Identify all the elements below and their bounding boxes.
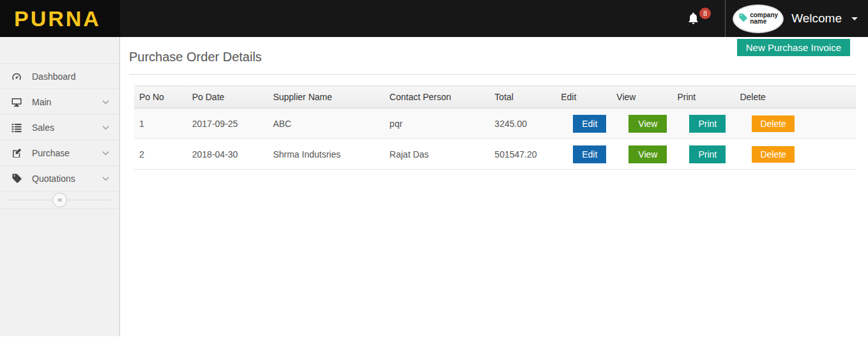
column-header-print: Print xyxy=(672,86,735,108)
sidebar-item-label: Purchase xyxy=(32,148,70,158)
cell-delete-action: Delete xyxy=(735,139,856,170)
cell-view-action: View xyxy=(611,139,672,170)
purchase-order-table-wrap: Po NoPo DateSupplier NameContact PersonT… xyxy=(134,85,855,170)
column-header-view: View xyxy=(611,86,672,108)
view-button[interactable]: View xyxy=(628,145,667,163)
sidebar-item-sales[interactable]: Sales xyxy=(0,115,119,140)
delete-button[interactable]: Delete xyxy=(752,146,794,163)
company-logo-text: company name xyxy=(750,12,778,25)
list-icon xyxy=(11,122,22,133)
header-right: 8 company name Welcome xyxy=(120,0,868,37)
sidebar-item-main[interactable]: Main xyxy=(0,89,119,115)
main-content: New Purchase Invoice Purchase Order Deta… xyxy=(120,37,868,336)
cell-po-date: 2017-09-25 xyxy=(187,108,268,139)
column-header-edit: Edit xyxy=(556,86,611,108)
delete-button[interactable]: Delete xyxy=(752,115,794,132)
company-logo: company name xyxy=(733,5,783,33)
edit-square-icon xyxy=(11,147,22,159)
top-header: PURNA 8 company name Welcome xyxy=(0,0,868,37)
notifications-button[interactable]: 8 xyxy=(687,11,701,26)
notification-badge: 8 xyxy=(699,8,711,19)
cell-print-action: Print xyxy=(672,139,735,170)
tag-icon xyxy=(738,13,748,25)
cell-contact-person: Rajat Das xyxy=(385,139,490,170)
edit-button[interactable]: Edit xyxy=(573,145,606,163)
cell-supplier-name: ABC xyxy=(268,108,384,139)
table-row: 12017-09-25ABCpqr3245.00EditViewPrintDel… xyxy=(134,108,856,139)
column-header-po-no: Po No xyxy=(134,86,187,108)
sidebar: DashboardMainSalesPurchaseQuotations « xyxy=(0,37,120,336)
user-menu[interactable]: company name Welcome xyxy=(725,0,868,37)
new-purchase-invoice-button[interactable]: New Purchase Invoice xyxy=(737,39,850,56)
sidebar-item-label: Quotations xyxy=(32,174,75,184)
purchase-order-table: Po NoPo DateSupplier NameContact PersonT… xyxy=(134,85,856,170)
column-header-total: Total xyxy=(489,86,556,108)
cell-view-action: View xyxy=(611,108,672,139)
cell-edit-action: Edit xyxy=(556,108,611,139)
sidebar-item-quotations[interactable]: Quotations xyxy=(0,166,119,191)
sidebar-collapse-button[interactable]: « xyxy=(52,193,67,207)
sidebar-menu: DashboardMainSalesPurchaseQuotations xyxy=(0,64,119,191)
welcome-label: Welcome xyxy=(791,11,842,26)
table-head: Po NoPo DateSupplier NameContact PersonT… xyxy=(134,86,856,108)
app-logo[interactable]: PURNA xyxy=(0,0,120,37)
sidebar-item-label: Main xyxy=(32,97,51,107)
table-row: 22018-04-30Shrma IndutsriesRajat Das5015… xyxy=(134,139,856,170)
chevron-down-icon xyxy=(102,100,109,105)
cell-print-action: Print xyxy=(672,108,735,139)
sidebar-item-label: Dashboard xyxy=(32,71,76,82)
tag-icon xyxy=(11,173,22,184)
cell-contact-person: pqr xyxy=(385,108,490,139)
cell-po-no: 1 xyxy=(134,108,187,139)
sidebar-spacer xyxy=(0,37,119,64)
desktop-icon xyxy=(11,96,22,108)
print-button[interactable]: Print xyxy=(689,145,726,163)
cell-total: 3245.00 xyxy=(489,108,556,139)
dashboard-icon xyxy=(11,71,22,82)
cell-supplier-name: Shrma Indutsries xyxy=(268,139,384,170)
cell-total: 501547.20 xyxy=(489,139,556,170)
sidebar-collapse-row: « xyxy=(0,191,119,209)
sidebar-item-dashboard[interactable]: Dashboard xyxy=(0,64,119,89)
caret-down-icon xyxy=(851,17,858,20)
cell-po-date: 2018-04-30 xyxy=(187,139,268,170)
sidebar-item-label: Sales xyxy=(32,122,54,133)
sidebar-item-purchase[interactable]: Purchase xyxy=(0,140,119,166)
chevron-down-icon xyxy=(102,125,109,130)
column-header-contact-person: Contact Person xyxy=(385,86,490,108)
edit-button[interactable]: Edit xyxy=(573,115,606,133)
cell-po-no: 2 xyxy=(134,139,187,170)
cell-edit-action: Edit xyxy=(556,139,611,170)
bell-icon xyxy=(687,17,700,27)
column-header-supplier-name: Supplier Name xyxy=(268,86,384,108)
table-body: 12017-09-25ABCpqr3245.00EditViewPrintDel… xyxy=(134,108,856,170)
app-logo-text: PURNA xyxy=(14,8,101,29)
cell-delete-action: Delete xyxy=(735,108,856,139)
view-button[interactable]: View xyxy=(628,115,667,133)
chevron-down-icon xyxy=(102,151,109,156)
print-button[interactable]: Print xyxy=(689,115,726,133)
chevron-down-icon xyxy=(102,176,109,181)
column-header-delete: Delete xyxy=(735,86,856,108)
column-header-po-date: Po Date xyxy=(187,86,268,108)
